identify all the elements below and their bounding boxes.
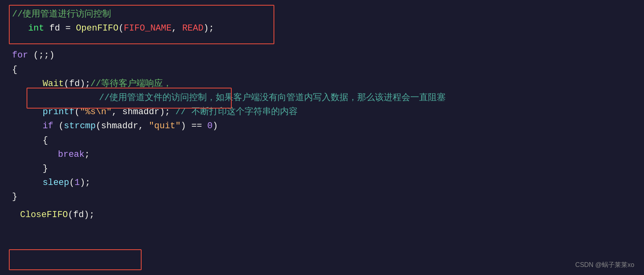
for-parens: (;;) xyxy=(28,48,55,62)
func-sleep: sleep xyxy=(43,176,69,190)
const-fifo-name: FIFO_NAME xyxy=(124,21,172,35)
brace-if-open: { xyxy=(43,133,48,148)
highlight-box-3 xyxy=(9,249,142,270)
brace-if-close: } xyxy=(43,162,48,176)
num-zero: 0 xyxy=(207,119,212,133)
code-line-8: printf ( "%s\n" , shmaddr ); // 不断打印这个字符… xyxy=(12,105,632,119)
code-line-7: //使用管道文件的访问控制，如果客户端没有向管道内写入数据，那么该进程会一直阻塞 xyxy=(12,91,632,105)
punc-if-close: ) xyxy=(213,119,218,133)
code-container: //使用管道进行访问控制 int fd = OpenFIFO ( FIFO_NA… xyxy=(0,0,644,230)
var-fd: fd xyxy=(69,77,80,91)
keyword-int: int xyxy=(28,21,44,35)
semicolon-break: ; xyxy=(84,148,90,162)
keyword-break: break xyxy=(58,148,84,162)
punc-printf1: ( xyxy=(74,105,80,119)
code-line-14: } xyxy=(12,190,632,204)
brace-open: { xyxy=(12,63,17,77)
comment-1: //使用管道进行访问控制 xyxy=(12,7,111,21)
code-line-9: if ( strcmp ( shmaddr , "quit" ) == 0 ) xyxy=(12,119,632,133)
keyword-for: for xyxy=(12,48,28,62)
code-text: fd = xyxy=(44,21,76,35)
func-strcmp: strcmp xyxy=(64,119,96,133)
punc-sleep2: ); xyxy=(80,176,90,190)
func-closefifo: CloseFIFO xyxy=(20,208,68,222)
var-shmaddr1: shmaddr xyxy=(122,105,159,119)
watermark: CSDN @蜗子莱莱xo xyxy=(575,260,634,270)
punc-close1: ( xyxy=(68,208,73,222)
code-line-10: { xyxy=(12,133,632,148)
const-read: READ xyxy=(182,21,204,35)
punc-strcmp1: ( xyxy=(96,119,101,133)
punc-sleep1: ( xyxy=(69,176,74,190)
code-line-6: Wait ( fd ); //等待客户端响应， xyxy=(12,77,632,91)
eq-zero: == xyxy=(186,119,207,133)
func-printf: printf xyxy=(43,105,74,119)
punc-strcmp2: , xyxy=(138,119,149,133)
punc-printf3: ); xyxy=(159,105,175,119)
code-line-16: CloseFIFO ( fd ); xyxy=(12,208,632,222)
code-line-5: { xyxy=(12,63,632,77)
str-format: "%s\n" xyxy=(80,105,111,119)
comment-long: //使用管道文件的访问控制，如果客户端没有向管道内写入数据，那么该进程会一直阻塞 xyxy=(99,91,446,105)
punc2: , xyxy=(171,21,182,35)
if-paren-open: ( xyxy=(53,119,64,133)
str-quit: "quit" xyxy=(149,119,181,133)
code-line-12: } xyxy=(12,162,632,176)
func-wait: Wait xyxy=(43,77,64,91)
func-openfifo: OpenFIFO xyxy=(76,21,119,35)
code-line-11: break ; xyxy=(12,148,632,162)
code-line-empty-2 xyxy=(12,204,632,208)
comment-wait: //等待客户端响应， xyxy=(91,77,172,91)
punc3: ); xyxy=(204,21,214,35)
code-line-4: for (;;) xyxy=(12,48,632,62)
code-line-1: //使用管道进行访问控制 xyxy=(12,7,632,21)
comment-printf: // 不断打印这个字符串的内容 xyxy=(175,105,298,119)
punc-strcmp3: ) xyxy=(181,119,186,133)
punc-wait2: ); xyxy=(80,77,90,91)
keyword-if: if xyxy=(43,119,53,133)
punc: ( xyxy=(118,21,123,35)
var-fd-close: fd xyxy=(73,208,84,222)
punc-printf2: , xyxy=(112,105,122,119)
var-shmaddr2: shmaddr xyxy=(101,119,138,133)
punc-wait: ( xyxy=(64,77,69,91)
code-line-empty-1 xyxy=(12,35,632,48)
brace-for-close: } xyxy=(12,190,17,204)
code-line-2: int fd = OpenFIFO ( FIFO_NAME , READ ); xyxy=(12,21,632,35)
code-line-13: sleep ( 1 ); xyxy=(12,176,632,190)
num-one: 1 xyxy=(74,176,80,190)
punc-close2: ); xyxy=(84,208,94,222)
